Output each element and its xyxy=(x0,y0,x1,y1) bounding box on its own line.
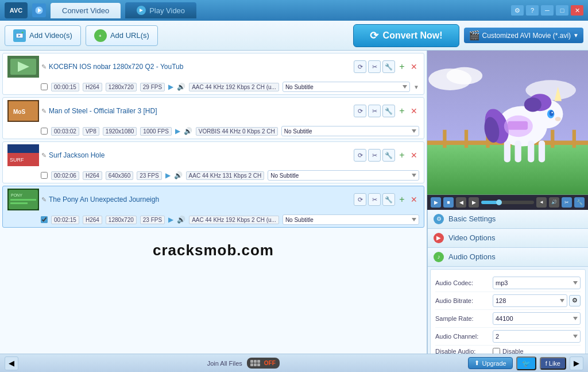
sample-rate-row: Sample Rate: 44100 22050 48000 xyxy=(435,310,581,328)
add-file-btn[interactable]: + xyxy=(397,150,407,160)
add-file-btn[interactable]: + xyxy=(397,106,407,116)
settings-file-btn[interactable]: 🔧 xyxy=(382,193,395,206)
facebook-button[interactable]: f Like xyxy=(540,357,566,370)
file-item-header: ✎ KOCBFN IOS nobar 1280x720 Q2 - YouTub … xyxy=(3,53,424,80)
file-info: ✎ The Pony An Unexpected Journeigh xyxy=(41,195,351,204)
thumbnail: SURF xyxy=(7,144,39,166)
help-btn[interactable]: ? xyxy=(526,5,539,16)
add-url-button[interactable]: + Add URL(s) xyxy=(86,25,158,46)
progress-bar[interactable] xyxy=(481,201,534,204)
settings-file-btn[interactable]: 🔧 xyxy=(382,105,395,117)
play-tab-icon xyxy=(137,6,146,15)
frame-fwd-button[interactable]: ▶ xyxy=(469,197,479,208)
twitter-icon: 🐦 xyxy=(522,359,531,367)
refresh-file-btn[interactable]: ⟳ xyxy=(354,105,366,117)
refresh-file-btn[interactable]: ⟳ xyxy=(354,149,366,162)
subtitle-select[interactable]: No Subtitle xyxy=(281,126,419,136)
audio-bitrate-select[interactable]: 128 64 96 160 192 256 320 xyxy=(493,294,567,307)
file-title: ✎ The Pony An Unexpected Journeigh xyxy=(41,195,351,204)
nav-back-btn[interactable]: ◀ xyxy=(5,356,18,370)
svg-text:+: + xyxy=(21,32,24,35)
app-logo: AVC xyxy=(5,2,28,18)
disable-audio-checkbox[interactable] xyxy=(493,348,500,354)
settings-file-btn[interactable]: 🔧 xyxy=(382,60,395,73)
volume-down-btn[interactable]: ◄ xyxy=(536,197,547,208)
audio-icon: 🔊 xyxy=(174,171,183,179)
audio-codec-select[interactable]: mp3 aac ac3 wma ogg xyxy=(493,277,581,289)
svg-rect-34 xyxy=(551,130,554,148)
file-item-header: PONY ✎ The Pony An Unexpected Journeigh … xyxy=(3,186,424,213)
remove-file-btn[interactable]: ✕ xyxy=(409,62,419,72)
audio-channel-select[interactable]: 2 1 4 6 xyxy=(493,330,581,343)
file-checkbox[interactable] xyxy=(41,216,48,223)
subtitle-select[interactable]: No Subtitle xyxy=(268,170,419,181)
cut-btn[interactable]: ✂ xyxy=(368,60,381,73)
subtitle-select[interactable]: No Subtitle xyxy=(283,82,410,92)
frame-back-button[interactable]: ◀ xyxy=(456,197,466,208)
edit-icon: ✎ xyxy=(41,152,47,159)
file-checkbox[interactable] xyxy=(41,83,48,90)
sample-rate-control: 44100 22050 48000 xyxy=(493,312,581,325)
nav-forward-btn[interactable]: ▶ xyxy=(570,356,583,370)
video-options-icon: ▶ xyxy=(434,233,444,243)
remove-file-btn[interactable]: ✕ xyxy=(409,106,419,116)
wand-btn[interactable]: 🔧 xyxy=(574,197,585,208)
svg-rect-29 xyxy=(443,130,446,148)
convert-now-button[interactable]: ⟳ Convert Now! xyxy=(353,24,459,47)
arrow-icon: ▶ xyxy=(165,171,171,179)
basic-settings-section[interactable]: ⚙ Basic Settings xyxy=(428,210,588,229)
file-controls: ⟳ ✂ 🔧 + ✕ xyxy=(354,60,419,73)
list-item: ✎ KOCBFN IOS nobar 1280x720 Q2 - YouTub … xyxy=(2,53,424,95)
file-meta: 00:03:02 VP8 1920x1080 1000 FPS ▶ 🔊 VORB… xyxy=(3,124,424,139)
refresh-file-btn[interactable]: ⟳ xyxy=(354,193,366,206)
audio-codec-control: mp3 aac ac3 wma ogg xyxy=(493,277,581,289)
stop-button[interactable]: ■ xyxy=(443,197,454,208)
subtitle-select[interactable]: No Subtitle xyxy=(283,214,419,225)
svg-point-45 xyxy=(555,117,561,121)
maximize-btn[interactable]: □ xyxy=(556,5,568,16)
audio-options-section[interactable]: ♪ Audio Options xyxy=(428,248,588,267)
file-controls: ⟳ ✂ 🔧 + ✕ xyxy=(354,105,419,117)
file-list: ✎ KOCBFN IOS nobar 1280x720 Q2 - YouTub … xyxy=(0,51,427,354)
join-toggle[interactable]: OFF xyxy=(247,358,280,369)
thumbnail: PONY xyxy=(7,189,39,210)
file-checkbox[interactable] xyxy=(41,128,48,135)
twitter-button[interactable]: 🐦 xyxy=(516,356,536,370)
scissors-btn[interactable]: ✂ xyxy=(562,197,572,208)
file-item-header: MoS ✎ Man of Steel - Official Trailer 3 … xyxy=(3,98,424,124)
file-controls: ⟳ ✂ 🔧 + ✕ xyxy=(354,193,419,206)
cut-btn[interactable]: ✂ xyxy=(368,149,381,162)
remove-file-btn[interactable]: ✕ xyxy=(409,150,419,160)
refresh-icon: ⟳ xyxy=(370,29,378,42)
tab-convert-video[interactable]: Convert Video xyxy=(51,3,121,18)
svg-marker-2 xyxy=(140,9,143,12)
duration-tag: 00:02:15 xyxy=(51,216,79,224)
cut-btn[interactable]: ✂ xyxy=(368,193,381,206)
close-btn[interactable]: ✕ xyxy=(571,5,583,16)
edit-icon: ✎ xyxy=(41,196,47,204)
file-controls: ⟳ ✂ 🔧 + ✕ xyxy=(354,149,419,162)
add-file-btn[interactable]: + xyxy=(397,194,407,205)
minimize-btn[interactable]: ─ xyxy=(541,5,554,16)
title-bar: AVC Convert Video Play Video ⚙ ? ─ □ ✕ xyxy=(0,0,588,21)
file-checkbox[interactable] xyxy=(41,172,48,179)
add-video-button[interactable]: + Add Video(s) xyxy=(5,25,81,46)
volume-icon-btn[interactable]: 🔊 xyxy=(549,197,559,208)
upgrade-button[interactable]: ⬆ Upgrade xyxy=(468,357,512,369)
play-button[interactable]: ▶ xyxy=(431,197,441,208)
remove-file-btn[interactable]: ✕ xyxy=(409,194,419,205)
settings-btn[interactable]: ⚙ xyxy=(511,5,524,16)
sample-rate-select[interactable]: 44100 22050 48000 xyxy=(493,312,581,325)
cut-btn[interactable]: ✂ xyxy=(368,105,381,117)
fps-tag: 29 FPS xyxy=(140,83,165,91)
tab-play-video[interactable]: Play Video xyxy=(125,2,196,18)
video-options-section[interactable]: ▶ Video Options xyxy=(428,229,588,248)
refresh-file-btn[interactable]: ⟳ xyxy=(354,60,366,73)
svg-point-24 xyxy=(447,67,483,85)
file-title: ✎ Surf Jackson Hole xyxy=(41,151,351,159)
format-selector[interactable]: 🎬 Customized AVI Movie (*.avi) ▼ xyxy=(464,28,583,43)
bitrate-settings-btn[interactable]: ⚙ xyxy=(569,295,581,306)
settings-file-btn[interactable]: 🔧 xyxy=(382,149,395,162)
arrow-icon: ▶ xyxy=(168,216,173,224)
add-file-btn[interactable]: + xyxy=(397,62,407,72)
